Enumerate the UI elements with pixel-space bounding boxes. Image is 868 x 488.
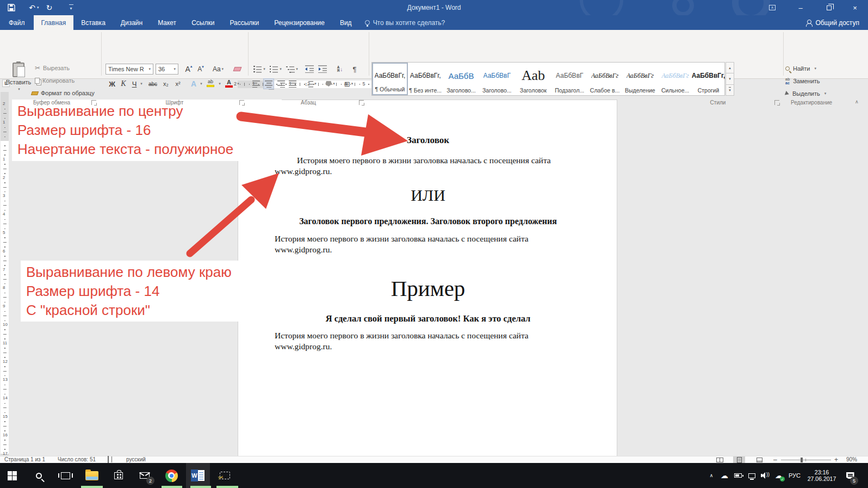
vertical-ruler[interactable]: 211234567891011121314151617 <box>1 92 9 455</box>
paste-button[interactable]: Вставить ▾ <box>4 63 33 98</box>
font-color-button[interactable]: А <box>223 78 235 89</box>
align-left-button[interactable] <box>251 78 262 89</box>
share-button[interactable]: Общий доступ <box>800 15 865 30</box>
shrink-font-button[interactable]: A▾ <box>195 64 207 75</box>
styles-scroll-down-button[interactable]: ▾ <box>726 73 734 84</box>
tray-expand-button[interactable]: ∧ <box>705 463 718 488</box>
bullets-button[interactable]: ▾ <box>252 64 266 75</box>
clipboard-dialog-launcher[interactable] <box>91 100 96 105</box>
highlight-caret[interactable]: ▾ <box>216 78 222 89</box>
style-cell-intense-emphasis[interactable]: АаБбВвГгСильное... <box>658 63 693 95</box>
mail-button[interactable]: 2 <box>133 463 157 488</box>
strikethrough-button[interactable]: abc <box>146 78 160 89</box>
task-view-button[interactable] <box>53 463 77 488</box>
collapse-ribbon-button[interactable]: ∧ <box>855 99 859 104</box>
styles-dialog-launcher[interactable] <box>774 100 779 105</box>
superscript-button[interactable]: x² <box>172 78 184 89</box>
italic-button[interactable]: К <box>119 78 128 89</box>
style-cell-normal[interactable]: АаБбВвГг,¶ Обычный <box>372 63 408 95</box>
replace-button[interactable]: abac Заменить <box>785 76 820 86</box>
tab-layout[interactable]: Макет <box>150 15 184 30</box>
decrease-indent-button[interactable] <box>303 64 315 75</box>
zoom-slider-thumb[interactable] <box>801 458 803 462</box>
style-cell-heading2[interactable]: АаБбВвГЗаголово... <box>479 63 515 95</box>
tab-home[interactable]: Главная <box>34 15 74 30</box>
justify-button[interactable] <box>287 78 298 89</box>
font-name-select[interactable]: Times New R ▾ <box>106 64 153 75</box>
shading-button[interactable]: ▾ <box>323 78 337 89</box>
undo-dropdown-caret[interactable]: ▾ <box>37 5 39 10</box>
ribbon-display-options-button[interactable]: ∧ <box>761 0 783 15</box>
network-icon[interactable] <box>745 463 758 488</box>
style-cell-strong[interactable]: АаБбВвГг,Строгий <box>693 63 724 95</box>
tab-references[interactable]: Ссылки <box>184 15 222 30</box>
taskbar-search-button[interactable] <box>27 463 51 488</box>
sync-status-icon[interactable]: ☁✓ <box>772 463 785 488</box>
style-cell-emphasis[interactable]: АаБбВвГгВыделение <box>622 63 658 95</box>
volume-icon[interactable]: )) <box>758 463 772 488</box>
clear-formatting-button[interactable] <box>231 64 244 75</box>
styles-more-button[interactable]: ▾ <box>726 85 734 96</box>
format-painter-button[interactable]: Формат по образцу <box>32 88 95 98</box>
subscript-button[interactable]: x₂ <box>160 78 172 89</box>
redo-button[interactable]: ↻ <box>41 0 58 15</box>
word-taskbar-button[interactable]: W <box>186 463 210 488</box>
restore-button[interactable] <box>818 0 840 15</box>
tab-insert[interactable]: Вставка <box>73 15 113 30</box>
store-button[interactable] <box>107 463 131 488</box>
paragraph-dialog-launcher[interactable] <box>359 100 364 105</box>
change-case-button[interactable]: Aa▾ <box>210 64 226 75</box>
styles-scroll-up-button[interactable]: ▴ <box>726 62 734 73</box>
font-size-select[interactable]: 36 ▾ <box>156 64 178 75</box>
tab-review[interactable]: Рецензирование <box>266 15 332 30</box>
customize-qat-button[interactable]: ▾ <box>65 0 77 15</box>
style-cell-title[interactable]: АаbЗаголовок <box>515 63 552 95</box>
find-button[interactable]: Найти ▾ <box>785 64 816 73</box>
clock[interactable]: 23:1627.06.2017 <box>805 463 839 488</box>
tab-mailings[interactable]: Рассылки <box>222 15 266 30</box>
underline-caret[interactable]: ▾ <box>138 78 144 89</box>
highlight-button[interactable]: ab <box>204 78 216 89</box>
snipping-tool-button[interactable]: ✂ <box>213 463 237 488</box>
line-spacing-button[interactable]: ↕▾ <box>302 78 319 89</box>
tell-me-box[interactable]: Что вы хотите сделать? <box>359 15 451 30</box>
align-right-button[interactable] <box>275 78 286 89</box>
increase-indent-button[interactable] <box>317 64 328 75</box>
align-center-button[interactable] <box>263 78 274 89</box>
tab-file[interactable]: Файл <box>0 15 34 30</box>
borders-button[interactable]: ⊞▾ <box>342 78 356 89</box>
document-page[interactable]: Заголовок История моего первого в жизни … <box>238 100 617 456</box>
onedrive-icon[interactable]: ☁ <box>718 463 731 488</box>
bold-button[interactable]: Ж <box>107 78 117 89</box>
battery-icon[interactable] <box>731 463 745 488</box>
tab-view[interactable]: Вид <box>332 15 359 30</box>
select-button[interactable]: Выделить ▾ <box>785 89 826 98</box>
caret-icon: ▾ <box>200 82 202 86</box>
copy-button[interactable]: Копировать <box>35 76 75 85</box>
sort-button[interactable]: АЯ↓ <box>333 64 347 75</box>
chrome-button[interactable] <box>159 463 183 488</box>
zoom-slider-track[interactable] <box>781 460 831 460</box>
style-cell-no-spacing[interactable]: АаБбВвГг,¶ Без инте... <box>408 63 444 95</box>
cut-button[interactable]: ✂ Вырезать <box>35 63 70 73</box>
notification-center-button[interactable]: 5 <box>842 463 858 488</box>
style-cell-subtle-emphasis[interactable]: АаБбВвГгСлабое в... <box>588 63 623 95</box>
text-effects-caret[interactable]: ▾ <box>198 78 203 89</box>
style-cell-subtitle[interactable]: АаБбВвГПодзагол... <box>552 63 588 95</box>
file-explorer-button[interactable] <box>80 463 104 488</box>
grow-font-button[interactable]: A▴ <box>183 64 195 75</box>
style-preview: Ааb <box>522 64 545 87</box>
start-button[interactable] <box>0 463 24 488</box>
minimize-button[interactable]: – <box>790 0 811 15</box>
save-button[interactable] <box>3 0 20 15</box>
font-dialog-launcher[interactable] <box>239 100 244 105</box>
close-button[interactable]: × <box>844 0 866 15</box>
multilevel-list-button[interactable]: ▾ <box>285 64 299 75</box>
language-indicator[interactable]: РУС <box>785 463 804 488</box>
text-effects-button[interactable]: А <box>188 78 199 89</box>
numbering-button[interactable]: ▾ <box>269 64 283 75</box>
font-color-caret[interactable]: ▾ <box>235 78 240 89</box>
style-cell-heading1[interactable]: АаБбВЗаголово... <box>444 63 480 95</box>
show-formatting-marks-button[interactable]: ¶ <box>349 64 360 75</box>
tab-design[interactable]: Дизайн <box>113 15 150 30</box>
